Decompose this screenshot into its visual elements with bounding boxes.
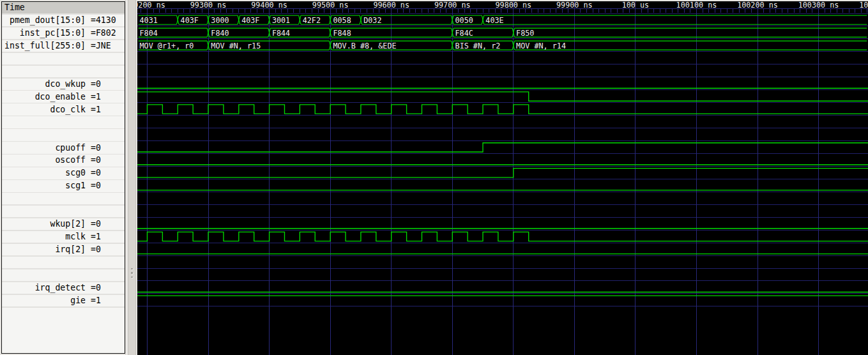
bus-value: 403F xyxy=(181,16,199,25)
row-separator xyxy=(2,128,125,130)
row-separator xyxy=(2,141,125,142)
row-separator xyxy=(2,230,125,231)
waveform-canvas[interactable]: 99200 ns99300 ns99400 ns99500 ns99600 ns… xyxy=(137,1,868,355)
row-separator xyxy=(2,116,125,117)
bus-value: MOV.B #8, &EDE xyxy=(333,42,396,50)
bus-value: F840 xyxy=(211,29,229,38)
bus-value: F850 xyxy=(516,29,534,38)
ruler-label: 100200 ns xyxy=(737,1,778,10)
signal-row-scg0[interactable]: scg0 =0 xyxy=(2,167,125,179)
row-separator xyxy=(2,26,125,27)
bus-value: 0050 xyxy=(455,16,473,25)
bit-wave-dco_clk xyxy=(137,105,868,114)
signal-row-empty[interactable] xyxy=(2,65,125,78)
row-separator xyxy=(2,64,125,66)
bus-value: MOV #N, r15 xyxy=(211,42,261,50)
row-separator xyxy=(2,77,125,79)
ruler-label: 99900 ns xyxy=(556,1,593,10)
bus-value: 3000 xyxy=(211,16,229,25)
bus-value: F84C xyxy=(455,29,473,38)
bus-value: D032 xyxy=(363,16,381,25)
bus-value: 403E xyxy=(485,16,503,25)
ruler-label: 99400 ns xyxy=(251,1,287,10)
row-separator xyxy=(2,217,125,218)
row-separator xyxy=(2,52,125,53)
signal-row-inst_pc[15:0][interactable]: inst_pc[15:0] =F802 xyxy=(2,27,125,40)
ruler-label: 99300 ns xyxy=(190,1,227,10)
bit-wave-scg0 xyxy=(137,169,868,178)
time-column-header: Time xyxy=(2,2,125,13)
signal-row-dco_enable[interactable]: dco_enable =1 xyxy=(2,91,125,103)
signal-row-mclk[interactable]: mclk =1 xyxy=(2,230,125,243)
ruler-label: 99700 ns xyxy=(434,1,471,10)
signal-row-oscoff[interactable]: oscoff =0 xyxy=(2,154,125,167)
signal-name-panel: Time pmem_dout[15:0] =4130 inst_pc[15:0]… xyxy=(1,1,125,354)
signal-row-empty[interactable] xyxy=(2,129,125,142)
row-separator xyxy=(2,13,125,15)
bus-value: 42F2 xyxy=(303,16,321,25)
row-separator xyxy=(2,154,125,155)
bus-value: 403F xyxy=(241,16,259,25)
row-separator xyxy=(2,167,125,168)
bit-wave-cpuoff xyxy=(137,143,868,152)
ruler-label: 99500 ns xyxy=(312,1,349,10)
bus-value: 0058 xyxy=(333,16,351,25)
grip-dot xyxy=(131,276,133,278)
grip-dot xyxy=(131,268,133,270)
bus-value: MOV #N, r14 xyxy=(516,42,566,50)
signal-row-empty[interactable] xyxy=(2,52,125,65)
ruler-label: 99600 ns xyxy=(373,1,409,10)
row-separator xyxy=(2,294,125,295)
ruler-label: 100400 ns xyxy=(859,1,868,10)
signal-row-empty[interactable] xyxy=(2,269,125,282)
signal-row-cpuoff[interactable]: cpuoff =0 xyxy=(2,142,125,155)
row-separator xyxy=(2,179,125,181)
signal-row-gie[interactable]: gie =1 xyxy=(2,294,125,307)
bus-value: MOV @r1+, r0 xyxy=(140,42,194,50)
bus-value: 4031 xyxy=(140,16,158,25)
row-separator xyxy=(2,204,125,206)
bit-wave-mclk xyxy=(137,232,868,241)
signal-row-dco_wkup[interactable]: dco_wkup =0 xyxy=(2,78,125,91)
ruler-label: 99200 ns xyxy=(137,1,165,10)
signal-row-irq[2][interactable]: irq[2] =0 xyxy=(2,243,125,256)
signal-row-empty[interactable] xyxy=(2,256,125,269)
row-separator xyxy=(2,306,125,308)
waveform-drawing: 99200 ns99300 ns99400 ns99500 ns99600 ns… xyxy=(137,1,868,355)
bit-wave-dco_enable xyxy=(137,92,868,101)
row-separator xyxy=(2,39,125,40)
bus-value: BIS #N, r2 xyxy=(455,42,501,50)
signal-row-empty[interactable] xyxy=(2,205,125,218)
splitter-groove xyxy=(128,0,128,355)
signal-row-irq_detect[interactable]: irq_detect =0 xyxy=(2,282,125,294)
signal-row-wkup[2][interactable]: wkup[2] =0 xyxy=(2,218,125,230)
pane-splitter[interactable] xyxy=(125,0,137,355)
signal-row-scg1[interactable]: scg1 =0 xyxy=(2,179,125,192)
row-separator xyxy=(2,255,125,257)
row-separator xyxy=(2,281,125,282)
ruler-label: 100100 ns xyxy=(676,1,717,10)
bus-value: F844 xyxy=(272,29,290,38)
row-separator xyxy=(2,243,125,244)
bus-value: F848 xyxy=(333,29,351,38)
row-separator xyxy=(2,268,125,269)
signal-row-empty[interactable] xyxy=(2,116,125,129)
row-separator xyxy=(2,90,125,91)
ruler-label: 100300 ns xyxy=(798,1,839,10)
ruler-label: 100 us xyxy=(622,1,649,10)
row-separator xyxy=(2,103,125,104)
signal-row-inst_full[255:0][interactable]: inst_full[255:0] =JNE xyxy=(2,40,125,52)
signal-row-empty[interactable] xyxy=(2,192,125,205)
bus-value: 3001 xyxy=(272,16,290,25)
grip-dot xyxy=(131,272,133,274)
ruler-label: 99800 ns xyxy=(495,1,531,10)
signal-row-dco_clk[interactable]: dco_clk =1 xyxy=(2,103,125,116)
signal-row-pmem_dout[15:0][interactable]: pmem_dout[15:0] =4130 xyxy=(2,14,125,27)
bus-value: F804 xyxy=(140,29,158,38)
row-separator xyxy=(2,192,125,193)
